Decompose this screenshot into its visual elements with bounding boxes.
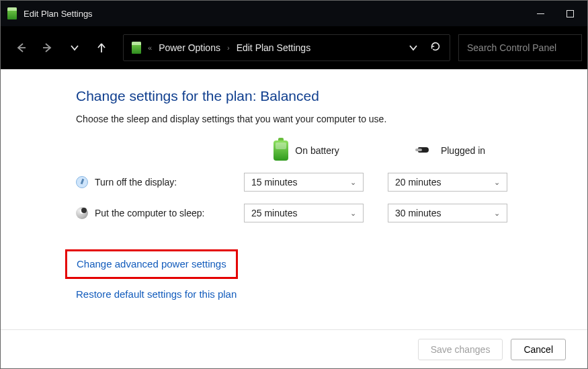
- column-plugged-in-label: Plugged in: [441, 145, 485, 156]
- row-display-label: Turn off the display:: [76, 176, 225, 188]
- row-sleep-text: Put the computer to sleep:: [95, 208, 204, 218]
- page-title: Change settings for the plan: Balanced: [76, 88, 587, 104]
- breadcrumb-seg-1[interactable]: Power Options: [159, 42, 220, 53]
- app-icon: [7, 7, 17, 19]
- address-bar[interactable]: « Power Options › Edit Plan Settings: [123, 34, 450, 61]
- battery-icon: [274, 140, 288, 161]
- select-display-battery[interactable]: 15 minutes ⌄: [244, 173, 364, 192]
- links-section: Change advanced power settings Restore d…: [76, 249, 587, 300]
- row-sleep-label: Put the computer to sleep:: [76, 207, 225, 219]
- display-icon: [76, 176, 88, 188]
- recent-dropdown[interactable]: [65, 38, 84, 57]
- chevron-down-icon: ⌄: [350, 209, 356, 218]
- maximize-button[interactable]: [555, 3, 585, 24]
- refresh-button[interactable]: [429, 40, 442, 55]
- battery-icon: [132, 42, 141, 54]
- select-value: 20 minutes: [395, 177, 441, 188]
- chevron-right-icon: ›: [227, 44, 230, 52]
- row-display-text: Turn off the display:: [95, 177, 177, 188]
- column-plugged-in: Plugged in: [388, 144, 513, 157]
- chevron-down-icon: ⌄: [494, 209, 500, 218]
- up-button[interactable]: [92, 38, 111, 57]
- window-title: Edit Plan Settings: [24, 9, 93, 19]
- minimize-button[interactable]: [526, 3, 555, 24]
- settings-grid: On battery Plugged in Turn off the displ…: [76, 140, 587, 222]
- search-input[interactable]: [459, 42, 581, 53]
- plug-icon: [415, 144, 434, 157]
- highlighted-box: Change advanced power settings: [65, 249, 238, 279]
- back-button[interactable]: [11, 38, 30, 57]
- select-value: 25 minutes: [251, 208, 297, 218]
- title-bar: Edit Plan Settings: [1, 1, 587, 26]
- nav-bar: « Power Options › Edit Plan Settings: [1, 26, 587, 69]
- select-display-plugged[interactable]: 20 minutes ⌄: [388, 173, 507, 192]
- sleep-icon: [76, 207, 88, 219]
- chevron-down-icon: ⌄: [350, 178, 356, 187]
- link-advanced-power-settings[interactable]: Change advanced power settings: [77, 258, 226, 270]
- column-on-battery-label: On battery: [295, 145, 339, 156]
- window-controls: [526, 3, 585, 24]
- content-area: Change settings for the plan: Balanced C…: [1, 69, 587, 329]
- page-description: Choose the sleep and display settings th…: [76, 114, 587, 124]
- search-box[interactable]: [458, 34, 582, 61]
- breadcrumb-seg-2[interactable]: Edit Plan Settings: [237, 42, 311, 53]
- save-button: Save changes: [418, 339, 503, 360]
- address-dropdown[interactable]: [404, 38, 423, 57]
- select-sleep-battery[interactable]: 25 minutes ⌄: [244, 204, 364, 222]
- footer-bar: Save changes Cancel: [1, 329, 587, 368]
- select-value: 15 minutes: [251, 177, 297, 188]
- chevron-left-double-icon: «: [148, 44, 152, 52]
- select-value: 30 minutes: [395, 208, 441, 218]
- select-sleep-plugged[interactable]: 30 minutes ⌄: [388, 204, 507, 222]
- forward-button[interactable]: [38, 38, 57, 57]
- link-restore-defaults[interactable]: Restore default settings for this plan: [76, 288, 237, 300]
- cancel-button[interactable]: Cancel: [511, 339, 566, 360]
- chevron-down-icon: ⌄: [494, 178, 500, 187]
- column-on-battery: On battery: [244, 140, 369, 161]
